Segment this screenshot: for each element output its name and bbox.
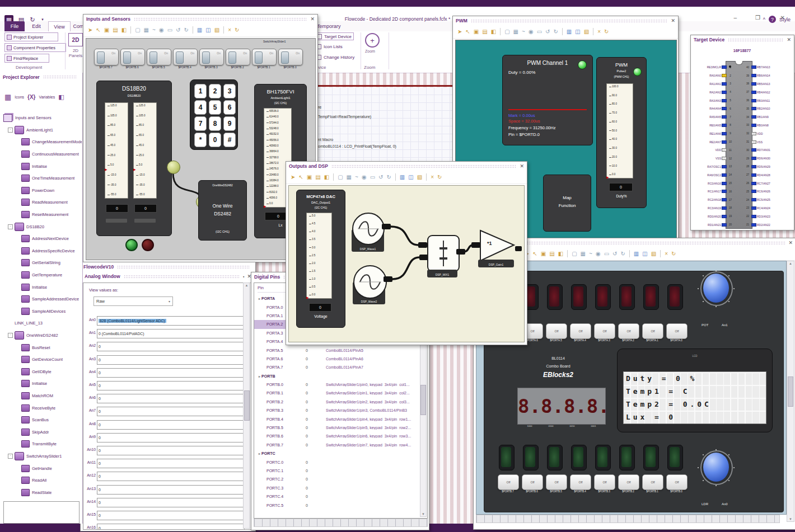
slider-marker-icon[interactable]: ▶ [264,205,266,208]
flowchart-component-macro[interactable]: omboBL0114 : LCD_PrintFloat(TempFloat, 0… [318,144,396,148]
window-caption[interactable]: FlowcodeV10 [81,262,255,271]
copy-icon[interactable]: ▣ [104,27,109,33]
pin-right-icon[interactable] [751,148,756,152]
button-$PORTA.3[interactable]: Off [594,323,615,339]
rotate-right-icon[interactable]: ↻ [184,27,188,33]
switch-$PORTB.4[interactable]: On [173,49,198,65]
paste-icon[interactable]: ▤ [482,29,487,35]
tree-item[interactable]: Initialise [1,281,82,293]
tree-item[interactable]: ReadState [1,486,82,498]
pin-right-icon[interactable] [751,182,756,185]
pin-right-icon[interactable] [751,140,756,144]
cursor-icon[interactable]: ➤ [88,27,92,33]
tree-item[interactable]: GetHandle [1,462,82,474]
pin-left-icon[interactable] [722,165,727,168]
find-replace-button[interactable]: Find/Replace [4,54,49,63]
analog-value-input[interactable]: 0 [97,368,245,378]
expander-icon[interactable]: - [8,224,13,229]
close-icon[interactable]: ✕ [520,164,524,169]
pwm-duty-slider[interactable]: 100.090.080.070.060.050.040.030.020.010.… [606,83,633,178]
expand-arrow-icon[interactable]: ▸ [259,375,260,378]
refresh-icon[interactable]: ↻ [671,251,676,257]
rotate-left-icon[interactable]: ↺ [612,251,617,257]
switch-$PORTB.7[interactable]: On [94,49,119,65]
tree-item[interactable]: ChangeMeasurementMode [1,136,82,148]
check-change-history[interactable]: Change History [316,54,354,60]
green-led-icon[interactable] [547,445,563,470]
pin-left-icon[interactable] [722,82,727,86]
scope-icon[interactable]: ◫ [408,175,413,180]
close-icon[interactable]: ✕ [787,37,791,43]
tree-item[interactable]: ResetMeasurement [1,209,82,221]
pin-left-icon[interactable] [722,198,727,201]
ldr-knob[interactable] [699,449,733,486]
keypad-key-2[interactable]: 2 [209,84,221,98]
tree-item[interactable]: ReadMeasurement [1,196,82,209]
vertical-scrollbar[interactable]: ▲ ▼ [787,261,794,522]
green-led-icon[interactable] [571,445,587,470]
2d-panel-button[interactable]: 2D [68,33,83,46]
expander-icon[interactable]: - [8,454,13,459]
keypad-key-4[interactable]: 4 [194,100,207,115]
duplicate-icon[interactable]: ◧ [491,29,496,35]
pin-row-PORTB.2[interactable]: PORTB.20SwitchArraySlider1/pin2, keypad_… [254,398,419,406]
slider-marker-icon[interactable]: ▶ [133,168,136,171]
pin-left-icon[interactable] [722,215,727,218]
pin-row-PORTB.6[interactable]: PORTB.60SwitchArraySlider1/pin6, keypad_… [254,432,419,440]
analog-value-input[interactable]: 0 [97,407,245,416]
switch-$PORTB.6[interactable]: On [120,49,145,65]
pin-right-icon[interactable] [751,206,756,210]
pin-row-PORTB.0[interactable]: PORTB.00SwitchArraySlider1/pin0, keypad_… [254,380,419,389]
map-function-card[interactable]: Map Function [543,175,591,232]
zoom-dropdown[interactable]: Zoom [365,49,375,53]
analog-value-input[interactable]: 0 [97,485,245,495]
analog-value-input[interactable]: 0 [97,472,245,481]
rest restore-button[interactable]: ❐ [755,15,760,21]
duplicate-icon[interactable]: ◧ [121,27,127,33]
macros-tab-icon[interactable]: ◧ [58,93,64,101]
chart-icon[interactable]: ▥ [634,251,639,257]
variables-tab-icon[interactable]: {X} [27,94,35,100]
green-led-icon[interactable] [595,445,611,470]
paste-icon[interactable]: ▤ [113,27,118,33]
tree-item[interactable]: PowerDown [1,185,82,197]
pot-knob[interactable] [699,270,733,307]
properties-icon[interactable]: ▦ [144,27,149,33]
analog-value-input[interactable]: 0 [97,394,245,403]
slider-marker-icon[interactable]: ▶ [606,176,609,179]
close-icon[interactable]: ✕ [310,17,315,22]
pin-right-icon[interactable] [751,99,756,102]
button-$PORTB.5[interactable]: Off [546,474,567,490]
green-led-icon[interactable] [619,445,635,470]
red-led-icon[interactable] [667,284,683,310]
pin-icon[interactable]: ◉ [529,29,534,35]
expander-icon[interactable]: - [8,333,13,338]
wire-icon[interactable]: ~ [522,29,525,35]
temperature-slider-2[interactable]: 125.0105.085.065.045.025.05.0-15.0-35.0-… [133,102,157,199]
red-led-icon[interactable] [547,284,563,310]
tab-edit[interactable]: Edit [27,21,46,31]
pin-right-icon[interactable] [751,132,756,135]
button-$PORTB.4[interactable]: Off [570,474,591,490]
green-led-icon[interactable] [523,445,539,470]
project-explorer-button[interactable]: Project Explorer [4,32,58,41]
red-led-icon[interactable] [595,284,611,310]
tree-item[interactable]: ContinuousMeasurement [1,148,82,161]
refresh-icon[interactable]: ↻ [604,29,609,35]
pin-right-icon[interactable] [751,173,756,177]
console-icon[interactable]: ▧ [417,175,422,180]
copy-icon[interactable]: ▣ [541,251,546,257]
pin-right-icon[interactable] [751,91,756,94]
pin-left-icon[interactable] [722,74,727,77]
keypad-key-1[interactable]: 1 [194,84,207,98]
switch-$PORTB.0[interactable]: On [278,49,303,65]
button-$PORTA.0[interactable]: Off [666,323,688,339]
new-component-icon[interactable]: ▢ [572,251,577,257]
tree-item[interactable]: BusReset [1,341,82,354]
switch-$PORTB.5[interactable]: On [147,49,171,65]
icons-tab-icon[interactable]: ▦ [4,93,11,101]
style-menu[interactable]: Style [779,17,791,22]
tree-item[interactable]: SkipAddr [1,426,82,438]
tree-item[interactable]: SampleAddressedDevice [1,293,82,305]
copy-icon[interactable]: ▣ [474,29,479,35]
